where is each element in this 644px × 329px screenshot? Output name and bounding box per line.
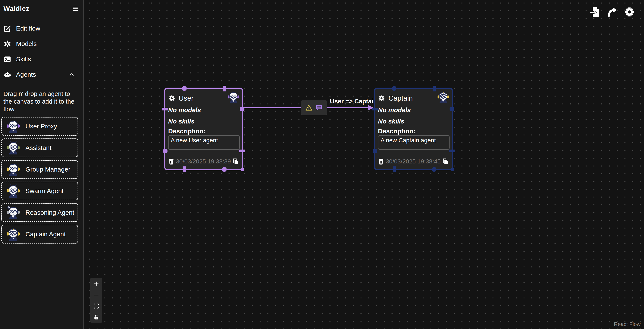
edge-label-box[interactable] bbox=[301, 100, 327, 115]
agent-card-label: Reasoning Agent bbox=[26, 209, 74, 216]
resize-handle[interactable] bbox=[451, 168, 454, 171]
warning-icon[interactable] bbox=[305, 104, 312, 111]
app-title: Waldiez bbox=[4, 5, 29, 12]
node-footer: 30/03/2025 19:38:45 bbox=[378, 158, 448, 165]
lock-icon bbox=[93, 314, 99, 320]
handle-bottom-target[interactable] bbox=[393, 166, 396, 172]
node-skills-status: No skills bbox=[378, 118, 404, 125]
description-textarea[interactable]: A new User agent bbox=[168, 135, 240, 150]
handle-bottom-source[interactable] bbox=[432, 167, 436, 172]
copy-icon[interactable] bbox=[233, 158, 239, 164]
agent-card-label: Captain Agent bbox=[26, 230, 66, 238]
sidebar-item-label: Agents bbox=[16, 71, 36, 78]
sidebar-item-label: Models bbox=[16, 40, 37, 48]
zoom-in-icon bbox=[93, 281, 99, 287]
assistant-avatar bbox=[6, 141, 20, 154]
sidebar-menu: Edit flow Models Skills Agents bbox=[0, 21, 83, 82]
gear-icon[interactable] bbox=[168, 95, 175, 102]
handle-left-target[interactable] bbox=[162, 108, 168, 110]
sidebar-item-agents[interactable]: Agents bbox=[0, 67, 83, 82]
node-footer: 30/03/2025 19:38:39 bbox=[168, 158, 239, 165]
agent-card-assistant[interactable]: Assistant bbox=[1, 138, 78, 157]
handle-right-source[interactable] bbox=[240, 106, 244, 111]
sidebar-header: Waldiez bbox=[0, 0, 83, 12]
trash-icon[interactable] bbox=[168, 158, 174, 164]
trash-icon[interactable] bbox=[378, 158, 384, 164]
react-flow-attribution[interactable]: React Flow bbox=[614, 321, 640, 327]
sidebar-item-skills[interactable]: Skills bbox=[0, 52, 83, 67]
canvas-toolbar bbox=[590, 7, 634, 17]
drag-hint-text: Drag n' drop an agent to the canvas to a… bbox=[4, 90, 80, 113]
handle-right-target[interactable] bbox=[239, 150, 245, 152]
node-captain[interactable]: Captain No models No skills Description:… bbox=[374, 88, 453, 170]
handle-top-source[interactable] bbox=[182, 86, 187, 91]
resize-handle[interactable] bbox=[241, 168, 244, 171]
sidebar: Waldiez Edit flow Models Skills Agents bbox=[0, 0, 84, 329]
zoom-out-icon bbox=[93, 292, 99, 298]
waldiez-app: Waldiez Edit flow Models Skills Agents bbox=[0, 0, 644, 329]
models-icon bbox=[4, 40, 11, 48]
agent-card-swarm-agent[interactable]: Swarm Agent bbox=[1, 182, 78, 200]
node-timestamp: 30/03/2025 19:38:45 bbox=[386, 158, 441, 165]
handle-bottom-source[interactable] bbox=[222, 167, 227, 172]
zoom-controls bbox=[90, 278, 102, 322]
agent-card-user-proxy[interactable]: User Proxy bbox=[1, 117, 78, 136]
handle-left-target[interactable] bbox=[372, 108, 378, 110]
edit-icon bbox=[4, 25, 11, 32]
agent-card-captain-agent[interactable]: Captain Agent bbox=[1, 225, 78, 244]
sidebar-item-edit-flow[interactable]: Edit flow bbox=[0, 21, 83, 36]
settings-icon[interactable] bbox=[624, 7, 634, 17]
share-icon[interactable] bbox=[607, 7, 618, 17]
node-models-status: No models bbox=[168, 106, 201, 114]
edge-caption: User => Captain bbox=[330, 98, 368, 105]
node-title: Captain bbox=[388, 94, 413, 102]
copy-icon[interactable] bbox=[442, 158, 448, 164]
sidebar-item-label: Edit flow bbox=[16, 25, 40, 32]
handle-right-target[interactable] bbox=[449, 150, 455, 152]
handle-bottom-target[interactable] bbox=[183, 166, 186, 172]
node-header: User bbox=[168, 94, 194, 102]
agent-card-label: Group Manager bbox=[26, 166, 70, 173]
fit-view-icon bbox=[93, 303, 99, 309]
fit-view-button[interactable] bbox=[90, 300, 102, 312]
terminal-icon bbox=[4, 56, 11, 63]
gear-icon[interactable] bbox=[378, 95, 385, 102]
description-label: Description: bbox=[168, 128, 206, 135]
reasoning-agent-avatar bbox=[6, 206, 20, 219]
sidebar-item-models[interactable]: Models bbox=[0, 36, 83, 52]
agent-palette: User Proxy Assistant Group Manager Swarm… bbox=[1, 117, 78, 244]
swarm-agent-avatar bbox=[6, 184, 20, 198]
handle-left-source[interactable] bbox=[373, 149, 377, 154]
node-title: User bbox=[179, 94, 194, 102]
node-models-status: No models bbox=[378, 106, 411, 114]
user-proxy-avatar bbox=[6, 120, 20, 133]
handle-top-target[interactable] bbox=[433, 86, 436, 92]
handle-top-source[interactable] bbox=[392, 86, 396, 91]
description-label: Description: bbox=[378, 128, 415, 135]
flow-canvas[interactable]: User => Captain User No models No skills… bbox=[84, 0, 644, 329]
captain-node-avatar bbox=[438, 91, 449, 103]
zoom-in-button[interactable] bbox=[90, 278, 102, 289]
captain-agent-avatar bbox=[6, 228, 20, 241]
agent-card-label: Assistant bbox=[26, 144, 52, 152]
import-icon[interactable] bbox=[590, 7, 600, 17]
handle-top-target[interactable] bbox=[223, 86, 226, 92]
agent-card-reasoning-agent[interactable]: Reasoning Agent bbox=[1, 203, 78, 222]
node-skills-status: No skills bbox=[168, 118, 194, 125]
handle-left-source[interactable] bbox=[163, 149, 168, 154]
node-user[interactable]: User No models No skills Description: A … bbox=[164, 88, 243, 170]
sidebar-item-label: Skills bbox=[16, 56, 31, 63]
chevron-up-icon[interactable] bbox=[69, 72, 74, 77]
node-timestamp: 30/03/2025 19:38:39 bbox=[176, 158, 231, 165]
chat-icon[interactable] bbox=[316, 104, 323, 111]
agent-card-label: Swarm Agent bbox=[26, 187, 64, 194]
agent-card-group-manager[interactable]: Group Manager bbox=[1, 160, 78, 179]
hamburger-menu-icon[interactable] bbox=[72, 6, 79, 12]
agent-card-label: User Proxy bbox=[26, 123, 57, 130]
description-textarea[interactable]: A new Captain agent bbox=[378, 135, 450, 150]
zoom-out-button[interactable] bbox=[90, 289, 102, 300]
user-node-avatar bbox=[228, 91, 239, 103]
handle-right-source[interactable] bbox=[450, 106, 454, 111]
lock-button[interactable] bbox=[90, 312, 102, 322]
node-header: Captain bbox=[378, 94, 413, 102]
